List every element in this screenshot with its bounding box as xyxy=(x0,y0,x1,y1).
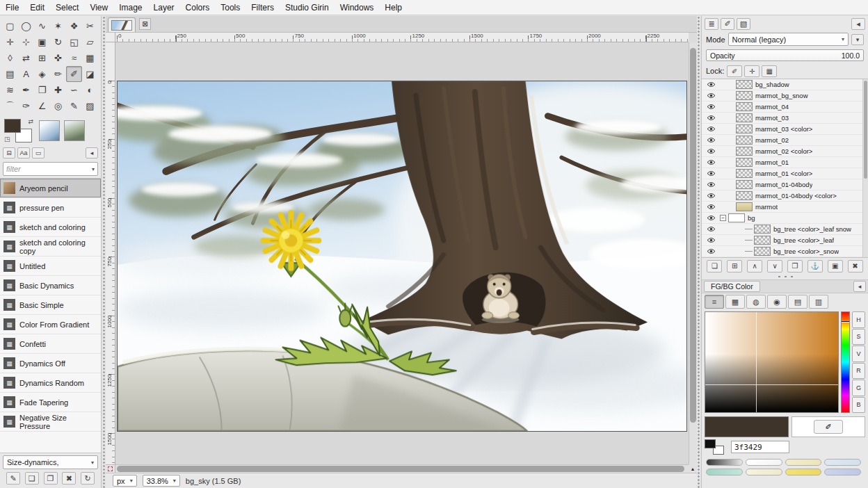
collapse-icon[interactable]: ◂ xyxy=(86,147,98,158)
layers-scrollbar[interactable] xyxy=(862,79,868,257)
sliders-tab[interactable]: ≡ xyxy=(705,295,724,309)
tool-move[interactable]: ✛ xyxy=(2,34,18,50)
tool-measure[interactable]: ∠ xyxy=(34,98,50,114)
patterns-dock-tab[interactable]: ▧ xyxy=(737,18,750,30)
tool-align[interactable]: ⊹ xyxy=(18,34,34,50)
palette-strip[interactable] xyxy=(746,459,782,466)
scrollbar-thumb[interactable] xyxy=(690,48,696,423)
menu-item[interactable]: File xyxy=(0,0,24,15)
brush-preview[interactable] xyxy=(39,120,60,141)
scrollbar-thumb[interactable] xyxy=(117,466,684,472)
tool-free-select[interactable]: ∿ xyxy=(34,18,50,34)
lock-pixels-button[interactable]: ✐ xyxy=(727,65,742,77)
dynamics-list-item[interactable]: ▦ pressure pen xyxy=(0,198,101,218)
palette-strip[interactable] xyxy=(746,469,782,475)
menu-item[interactable]: Colors xyxy=(180,0,216,15)
dynamics-list-item[interactable]: ▦ Fade Tapering xyxy=(0,393,101,412)
channel-button[interactable]: B xyxy=(852,397,865,414)
visibility-toggle[interactable] xyxy=(705,137,717,143)
dynamics-list-item[interactable]: ▦ sketch and coloring copy xyxy=(0,237,101,257)
menu-item[interactable]: Studio Girin xyxy=(280,0,335,15)
layer-row[interactable]: − bg xyxy=(702,213,862,224)
filter-input[interactable] xyxy=(6,165,90,173)
fgbg-color-tab[interactable]: FG/BG Color xyxy=(704,281,760,292)
image-tab[interactable] xyxy=(108,17,136,32)
tool-color-picker[interactable]: ✑ xyxy=(18,98,34,114)
visibility-toggle[interactable] xyxy=(705,126,717,132)
navigation-preview-button[interactable]: ▲ xyxy=(689,464,697,473)
menu-item[interactable]: Layer xyxy=(148,0,180,15)
dynamics-list-item[interactable]: ▦ Color From Gradient xyxy=(0,315,101,334)
anchor-layer-button[interactable]: ⚓ xyxy=(807,260,823,273)
quick-mask-toggle[interactable] xyxy=(106,464,115,473)
layer-row[interactable]: − bg_tree <color>_snow xyxy=(702,246,862,257)
visibility-toggle[interactable] xyxy=(705,115,717,121)
menu-item[interactable]: Image xyxy=(113,0,147,15)
new-dynamics-button[interactable]: ❏ xyxy=(25,472,39,485)
pick-color-button[interactable]: ✐ xyxy=(814,420,843,434)
tool-flip[interactable]: ⇄ xyxy=(18,50,34,66)
dynamics-list-item[interactable]: ▦ Dynamics Random xyxy=(0,373,101,393)
zoom-dropdown[interactable]: 33.8% ▾ xyxy=(143,475,180,487)
dynamics-list-item[interactable]: ▦ Basic Simple xyxy=(0,295,101,315)
tool-handle-transform[interactable]: ✜ xyxy=(50,50,66,66)
menu-item[interactable]: View xyxy=(84,0,113,15)
layers-dock-tab[interactable]: ≣ xyxy=(705,18,718,30)
layer-row[interactable]: − marmot_01-04body xyxy=(702,179,862,190)
tool-scale[interactable]: ◱ xyxy=(66,34,82,50)
layer-row[interactable]: − marmot_01-04body <color> xyxy=(702,190,862,202)
close-image-icon[interactable]: ⊠ xyxy=(139,18,151,30)
horizontal-scrollbar[interactable] xyxy=(115,464,689,473)
tool-crop[interactable]: ▣ xyxy=(34,34,50,50)
layer-mask-button[interactable]: ▣ xyxy=(828,260,843,273)
layer-row[interactable]: − bg_tree <color>_leaf xyxy=(702,235,862,246)
lock-alpha-button[interactable]: ▦ xyxy=(762,65,777,77)
palette-strip[interactable] xyxy=(824,459,861,466)
layer-row[interactable]: − marmot_01 xyxy=(702,157,862,168)
expander-icon[interactable]: − xyxy=(720,215,726,221)
hex-color-input[interactable] xyxy=(731,441,789,453)
tool-cage-transform[interactable]: ▦ xyxy=(82,50,98,66)
visibility-toggle[interactable] xyxy=(705,81,717,88)
visibility-toggle[interactable] xyxy=(705,181,717,188)
layer-mode-dropdown[interactable]: Normal (legacy) ▾ xyxy=(728,33,849,46)
scrollbar-thumb[interactable] xyxy=(864,81,867,179)
visibility-toggle[interactable] xyxy=(705,170,717,177)
raise-layer-button[interactable]: ∧ xyxy=(747,260,762,273)
tool-paths[interactable]: ⌒ xyxy=(2,98,18,114)
dock-resize-handle[interactable] xyxy=(702,274,868,279)
visibility-toggle[interactable] xyxy=(705,104,717,110)
refresh-dynamics-button[interactable]: ↻ xyxy=(81,472,95,485)
dynamics-list-item[interactable]: ▦ Untitled xyxy=(0,257,101,276)
tool-smudge[interactable]: ∽ xyxy=(66,82,82,98)
visibility-toggle[interactable] xyxy=(705,248,717,254)
foreground-color-swatch[interactable] xyxy=(4,119,21,133)
mode-options-button[interactable]: ▾ xyxy=(851,34,864,45)
dynamics-list-item[interactable]: Aryeom pencil xyxy=(0,179,101,198)
edit-dynamics-button[interactable]: ✎ xyxy=(6,472,20,485)
layer-row[interactable]: − marmot_bg_snow xyxy=(702,90,862,101)
foreground-color-swatch[interactable] xyxy=(705,439,716,448)
tool-shear[interactable]: ▱ xyxy=(82,34,98,50)
default-colors-icon[interactable]: ◳ xyxy=(4,136,10,143)
dynamics-list-item[interactable]: ▦ Basic Dynamics xyxy=(0,276,101,295)
tool-eraser[interactable]: ◪ xyxy=(82,66,98,82)
wheel-tab[interactable]: ◉ xyxy=(767,295,787,309)
tool-ink[interactable]: ✒ xyxy=(18,82,34,98)
new-group-button[interactable]: ⊞ xyxy=(727,260,742,273)
tool-clone[interactable]: ❐ xyxy=(34,82,50,98)
layer-row[interactable]: − marmot_02 <color> xyxy=(702,146,862,157)
layer-row[interactable]: − marmot_02 xyxy=(702,135,862,146)
channel-button[interactable]: R xyxy=(852,363,865,380)
dynamics-list-item[interactable]: ▦ Confetti xyxy=(0,334,101,354)
palette-strip[interactable] xyxy=(706,459,743,466)
tool-foreground-select[interactable]: ▨ xyxy=(82,98,98,114)
saturation-value-square[interactable] xyxy=(705,311,839,413)
visibility-toggle[interactable] xyxy=(705,204,717,210)
tool-rotate[interactable]: ↻ xyxy=(50,34,66,50)
right-panel-splitter[interactable] xyxy=(697,16,700,488)
canvas-artwork[interactable] xyxy=(117,81,687,432)
unit-dropdown[interactable]: px ▾ xyxy=(113,475,137,487)
lower-layer-button[interactable]: ∨ xyxy=(767,260,782,273)
grid-tab[interactable]: ▦ xyxy=(725,295,745,309)
